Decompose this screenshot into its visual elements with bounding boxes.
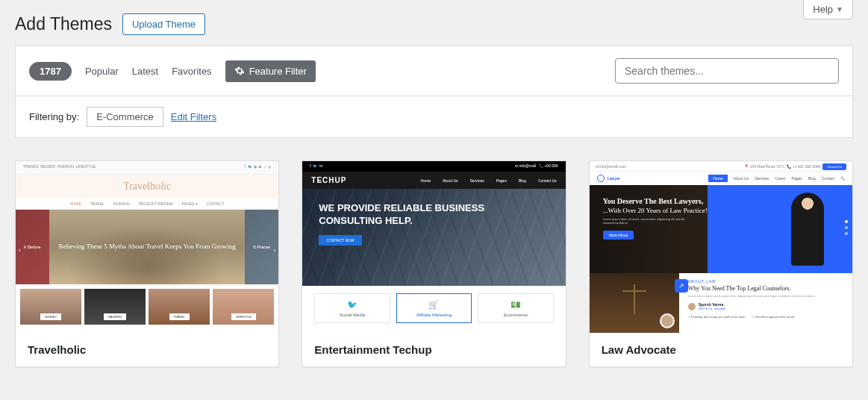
active-filter-tag[interactable]: E-Commerce — [87, 107, 163, 127]
money-icon: 💵 — [511, 300, 521, 310]
theme-thumbnail: f 🐦 in✉ info@mail 📞 +00 000 TECHUP HomeA… — [302, 161, 565, 333]
twitter-icon: 🐦 — [347, 300, 357, 310]
social-icons: f 🐦 ◉ ▶ ♪ ◎ — [245, 164, 272, 171]
theme-name: Travelholic — [16, 333, 278, 366]
help-tab[interactable]: Help ▼ — [803, 0, 853, 19]
avatar — [688, 303, 696, 310]
person-image — [791, 193, 824, 266]
filter-bottom-row: Filtering by: E-Commerce Edit Filters — [16, 96, 852, 137]
themes-grid: TRENDS REVIEW FASHION LIFESTYLE f 🐦 ◉ ▶ … — [0, 138, 868, 390]
scale-icon — [597, 175, 605, 182]
arrow-icon: ↗ — [675, 279, 688, 293]
theme-thumbnail: ✉ info@email.com 📍 154 Real Road, NYC 📞 … — [590, 161, 852, 333]
tab-favorites[interactable]: Favorites — [172, 66, 211, 77]
preview-logo: Travelholic — [16, 175, 278, 199]
feature-filter-button[interactable]: Feature Filter — [225, 60, 316, 82]
page-title: Add Themes — [15, 14, 112, 34]
chevron-right-icon: › — [274, 247, 276, 254]
upload-theme-button[interactable]: Upload Theme — [122, 13, 205, 35]
feature-filter-label: Feature Filter — [249, 66, 307, 77]
filter-bar: 1787 Popular Latest Favorites Feature Fi… — [15, 46, 853, 138]
preview-logo: TECHUP — [311, 176, 346, 184]
page-header: Add Themes Upload Theme — [0, 0, 868, 46]
search-input[interactable] — [615, 58, 839, 84]
search-wrap — [615, 58, 839, 84]
tab-latest[interactable]: Latest — [132, 66, 158, 77]
justice-scale-icon — [619, 284, 649, 322]
filtering-by-label: Filtering by: — [29, 111, 79, 122]
edit-filters-link[interactable]: Edit Filters — [171, 111, 216, 122]
theme-card-law[interactable]: ✉ info@email.com 📍 154 Real Road, NYC 📞 … — [589, 160, 853, 367]
search-icon: 🔍 — [840, 176, 845, 181]
theme-name: Entertainment Techup — [302, 333, 565, 366]
avatar — [660, 313, 675, 328]
theme-card-travelholic[interactable]: TRENDS REVIEW FASHION LIFESTYLE f 🐦 ◉ ▶ … — [15, 160, 279, 367]
tab-popular[interactable]: Popular — [85, 66, 119, 77]
chevron-down-icon: ▼ — [836, 5, 843, 13]
theme-thumbnail: TRENDS REVIEW FASHION LIFESTYLE f 🐦 ◉ ▶ … — [16, 161, 278, 333]
theme-name: Law Advocate — [590, 333, 852, 366]
filter-top-row: 1787 Popular Latest Favorites Feature Fi… — [16, 46, 852, 96]
cart-icon: 🛒 — [428, 300, 439, 310]
theme-count-badge: 1787 — [29, 62, 72, 81]
chevron-left-icon: ‹ — [19, 247, 21, 254]
theme-card-techup[interactable]: f 🐦 in✉ info@mail 📞 +00 000 TECHUP HomeA… — [302, 160, 566, 367]
help-label: Help — [813, 4, 833, 15]
gear-icon — [234, 66, 245, 76]
